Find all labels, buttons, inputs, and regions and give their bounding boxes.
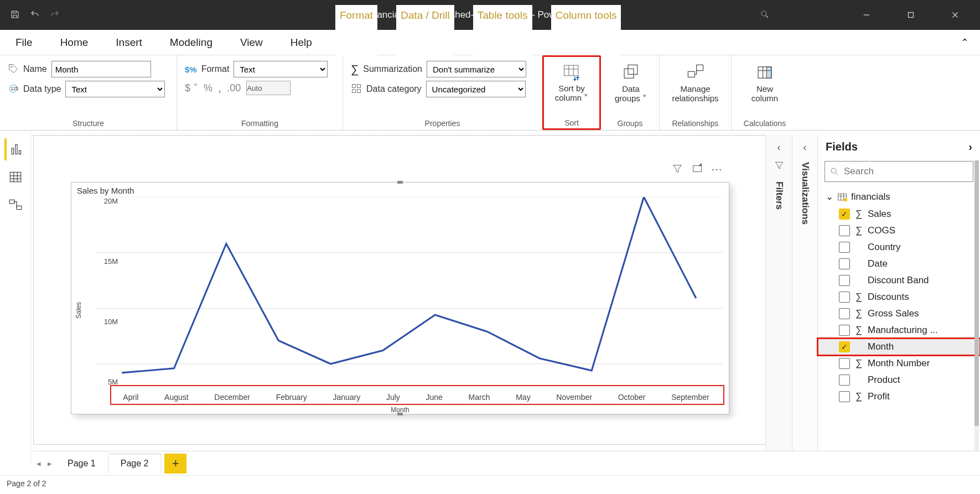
expand-icon[interactable]: ⌄ [826,191,833,202]
add-page-button[interactable]: + [164,454,186,474]
close-button[interactable] [941,0,969,30]
field-row[interactable]: ∑Profit [818,388,980,405]
currency-icon[interactable]: $ ˅ [185,82,198,94]
field-row[interactable]: Discount Band [818,272,980,289]
redo-icon[interactable] [50,9,60,21]
sigma-icon: ∑ [854,358,863,369]
svg-rect-21 [12,148,13,154]
x-axis-title: Month [391,406,409,414]
field-checkbox[interactable] [839,308,850,319]
visualizations-pane-collapsed[interactable]: ‹ Visualizations [792,135,817,475]
new-column-button[interactable]: New column [739,61,790,105]
sort-by-column-button[interactable]: Sort by column ˅ [546,60,597,105]
field-checkbox[interactable] [839,209,850,220]
tab-view[interactable]: View [236,32,267,53]
page-next[interactable]: ▸ [44,459,55,469]
focus-mode-icon[interactable] [691,163,703,176]
save-icon[interactable] [10,9,20,21]
field-checkbox[interactable] [839,258,850,269]
field-label: Sales [868,209,891,220]
field-label: Country [868,242,901,253]
format-select[interactable]: Text [234,61,328,77]
datacategory-select[interactable]: Uncategorized [426,81,526,97]
field-checkbox[interactable] [839,325,850,336]
field-row[interactable]: Date [818,256,980,272]
decimal-icon[interactable]: .00 [227,82,241,94]
field-label: Product [868,375,900,386]
field-checkbox[interactable] [839,358,850,369]
ribbon: Name 123 Data type Text Structure $% For… [0,55,980,131]
fields-table-header[interactable]: ⌄ financials [818,188,980,206]
percent-icon[interactable]: % [204,82,212,94]
tab-file[interactable]: File [11,32,37,53]
filters-pane-collapsed[interactable]: ‹ Filters [765,135,792,475]
scrollbar-thumb[interactable] [974,160,979,426]
svg-point-2 [11,66,12,67]
comma-icon[interactable]: , [218,81,221,95]
field-row[interactable]: Month [818,339,980,355]
ribbon-group-structure: Name 123 Data type Text Structure [0,55,177,130]
data-groups-button[interactable]: Data groups ˅ [609,61,653,106]
field-row[interactable]: Country [818,239,980,256]
name-input[interactable] [51,61,151,77]
fields-search[interactable] [825,161,973,182]
chevron-left-icon[interactable]: ‹ [777,142,781,153]
more-options-icon[interactable]: ⋯ [711,163,722,176]
undo-icon[interactable] [30,9,40,21]
page-tab-1[interactable]: Page 1 [55,454,108,473]
field-row[interactable]: ∑Manufacturing ... [818,322,980,339]
tab-home[interactable]: Home [56,32,93,53]
field-label: Month [868,341,894,352]
model-view-button[interactable] [4,194,27,216]
field-row[interactable]: ∑COGS [818,222,980,239]
page-prev[interactable]: ◂ [33,459,44,469]
report-canvas[interactable]: ⋯ Sales by Month 20M 15M 10M 5M Sales Ap… [33,135,777,445]
data-view-button[interactable] [4,166,27,188]
fields-list: ∑ Sales∑COGSCountryDateDiscount Band∑Dis… [818,206,980,405]
field-checkbox[interactable] [839,292,850,303]
field-row[interactable]: Product [818,372,980,388]
field-label: Month Number [868,358,930,369]
chevron-right-icon[interactable]: › [968,141,972,153]
maximize-button[interactable] [897,0,925,30]
format-label: Format [201,64,230,74]
field-row[interactable]: ∑Discounts [818,289,980,305]
field-checkbox[interactable] [839,375,850,386]
page-tab-2[interactable]: Page 2 [108,454,162,473]
minimize-button[interactable] [853,0,880,30]
field-checkbox[interactable] [839,341,850,352]
summarization-select[interactable]: Don't summarize [427,61,526,77]
search-icon[interactable] [760,9,770,21]
tab-help[interactable]: Help [286,32,317,53]
datatype-label: Data type [23,84,61,94]
fields-search-input[interactable] [844,166,968,177]
ribbon-group-properties: ∑ Summarization Don't summarize Data cat… [343,55,542,130]
page-tabs: ◂ ▸ Page 1 Page 2 + [33,451,980,475]
summarization-label: Summarization [363,64,422,74]
svg-rect-16 [696,65,703,70]
tab-insert[interactable]: Insert [111,32,147,53]
auto-input[interactable] [246,81,291,95]
field-checkbox[interactable] [839,225,850,236]
field-checkbox[interactable] [839,275,850,286]
ribbon-collapse-icon[interactable]: ⌃ [961,37,969,49]
datatype-select[interactable]: Text [65,81,165,97]
chevron-left-icon[interactable]: ‹ [803,142,807,153]
field-row[interactable]: ∑Month Number [818,355,980,372]
field-checkbox[interactable] [839,242,850,253]
field-row[interactable]: ∑ Sales [818,206,980,222]
chevron-down-icon: ˅ [584,93,588,102]
filter-icon [774,160,785,173]
selection-handle[interactable] [397,181,403,184]
menu-tabs: File Home Insert Modeling View Help Form… [0,30,980,55]
svg-rect-1 [909,13,914,18]
field-row[interactable]: ∑Gross Sales [818,305,980,322]
report-view-button[interactable] [4,138,27,160]
chart-visual[interactable]: ⋯ Sales by Month 20M 15M 10M 5M Sales Ap… [71,182,729,414]
svg-rect-5 [352,84,356,87]
field-checkbox[interactable] [839,391,850,402]
filter-icon[interactable] [671,163,683,176]
tab-modeling[interactable]: Modeling [165,32,217,53]
manage-relationships-button[interactable]: Manage relationships [667,61,723,105]
field-label: Discounts [868,292,909,303]
